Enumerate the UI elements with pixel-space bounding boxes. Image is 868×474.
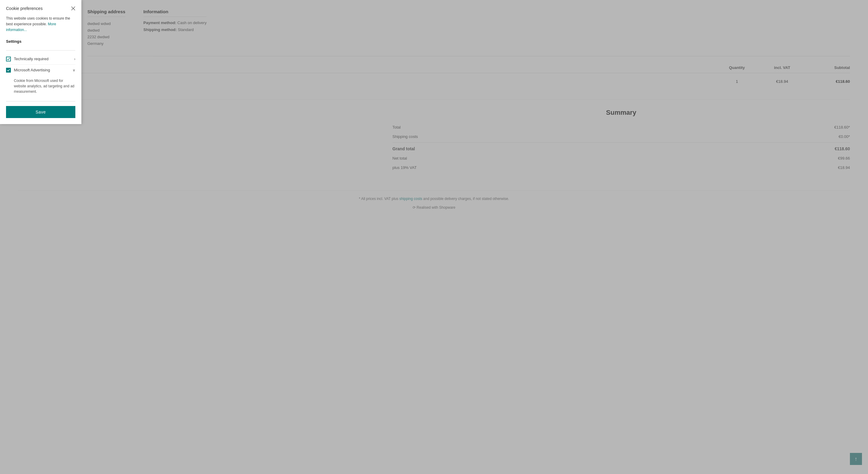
save-button[interactable]: Save: [6, 106, 75, 118]
cookie-dialog-title: Cookie preferences: [6, 6, 42, 11]
cookie-item-left-microsoft: Microsoft Advertising: [6, 68, 50, 73]
overlay: [0, 0, 868, 474]
cookie-description: This website uses cookies to ensure the …: [6, 16, 75, 33]
settings-label: Settings: [6, 39, 75, 44]
microsoft-advertising-label: Microsoft Advertising: [14, 68, 50, 72]
microsoft-advertising-chevron: ∨: [73, 68, 75, 72]
technically-required-label: Technically required: [14, 57, 49, 61]
close-button[interactable]: [71, 6, 75, 10]
cookie-item-technically-required[interactable]: Technically required ›: [6, 54, 75, 65]
cookie-dialog-header: Cookie preferences: [6, 6, 75, 11]
microsoft-advertising-description: Cookie from Microsoft used for website a…: [6, 76, 75, 97]
cookie-preferences-dialog: Cookie preferences This website uses coo…: [0, 0, 82, 124]
technically-required-chevron: ›: [74, 57, 75, 61]
cookie-item-left-technically-required: Technically required: [6, 57, 49, 61]
microsoft-advertising-checkbox[interactable]: [6, 68, 11, 73]
cookie-item-microsoft-advertising[interactable]: Microsoft Advertising ∨: [6, 65, 75, 76]
settings-divider: [6, 50, 75, 50]
technically-required-checkbox[interactable]: [6, 57, 11, 61]
